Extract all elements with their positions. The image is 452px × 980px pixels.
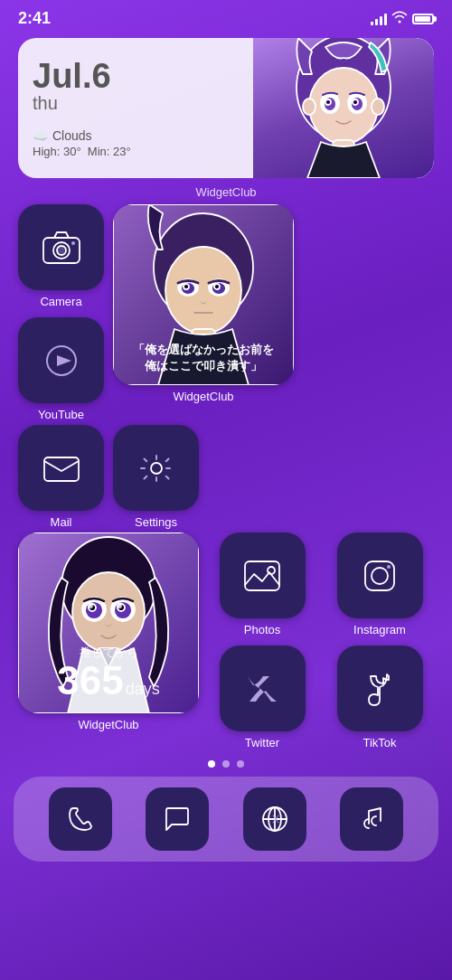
weather-day: thu	[33, 93, 239, 114]
tiktok-app-icon[interactable]	[337, 645, 423, 731]
widget-quote-wrap[interactable]: 「俺を選ばなかったお前を俺はここで叩き潰す」 WidgetClub	[113, 204, 294, 403]
svg-rect-27	[44, 457, 79, 481]
page-dot-1	[208, 760, 215, 768]
svg-point-44	[372, 568, 388, 584]
widget-days-wrap[interactable]: 推してから 365 days WidgetClub	[18, 532, 199, 731]
instagram-app-wrap[interactable]: Instagram	[325, 532, 434, 636]
weather-date: Jul.6	[33, 59, 239, 93]
battery-icon	[412, 14, 434, 24]
spacer	[208, 425, 398, 529]
twitter-app-label: Twitter	[245, 736, 279, 749]
svg-point-28	[151, 463, 162, 474]
weather-widget[interactable]: Jul.6 thu ☁️ Clouds High: 30° Min: 23°	[18, 38, 434, 178]
status-icons	[371, 11, 434, 26]
camera-app-icon[interactable]	[18, 204, 104, 290]
svg-point-24	[184, 284, 189, 289]
svg-point-19	[165, 247, 241, 334]
weather-widget-label: WidgetClub	[0, 185, 452, 199]
camera-app-wrap[interactable]: Camera	[18, 204, 104, 308]
svg-point-1	[309, 68, 378, 144]
svg-point-45	[387, 565, 391, 569]
signal-icon	[371, 13, 387, 25]
svg-point-25	[214, 284, 220, 289]
mail-app-icon[interactable]	[18, 425, 104, 511]
svg-point-38	[89, 604, 92, 608]
camera-app-label: Camera	[40, 295, 81, 308]
tiktok-app-label: TikTok	[363, 736, 396, 749]
messages-dock-icon[interactable]	[146, 787, 209, 851]
widget-quote-label: WidgetClub	[173, 390, 233, 403]
svg-point-7	[353, 99, 358, 105]
svg-point-9	[372, 99, 384, 115]
small-apps-col: Camera YouTube	[18, 204, 104, 421]
safari-dock-icon[interactable]	[243, 787, 306, 851]
settings-app-wrap[interactable]: Settings	[113, 425, 199, 529]
svg-marker-16	[57, 355, 71, 366]
svg-point-42	[268, 567, 275, 574]
widget-quote[interactable]: 「俺を選ばなかったお前を俺はここで叩き潰す」	[113, 204, 294, 385]
widget-days-counter: 推してから 365 days	[18, 645, 199, 701]
apps-row-2: 推してから 365 days WidgetClub	[0, 532, 452, 749]
weather-temp: High: 30° Min: 23°	[33, 145, 239, 158]
svg-rect-41	[245, 561, 279, 590]
photos-app-label: Photos	[244, 623, 280, 636]
svg-point-14	[71, 241, 75, 245]
twitter-app-wrap[interactable]: Twitter	[208, 645, 316, 749]
mail-app-wrap[interactable]: Mail	[18, 425, 104, 529]
status-bar: 2:41	[0, 0, 452, 33]
apps-grid-2: Photos Instagram	[208, 532, 434, 749]
youtube-app-label: YouTube	[38, 408, 84, 421]
weather-anime-image	[253, 38, 434, 178]
settings-app-icon[interactable]	[113, 425, 199, 511]
weather-desc: ☁️ Clouds	[33, 128, 239, 143]
photos-app-icon[interactable]	[220, 532, 306, 618]
apps-row-labels: Mail Settings	[0, 425, 452, 529]
apps-row-1: Camera YouTube	[0, 204, 452, 421]
svg-point-13	[57, 246, 66, 255]
dock	[14, 777, 438, 862]
status-time: 2:41	[18, 9, 51, 28]
svg-point-6	[325, 99, 331, 105]
instagram-app-label: Instagram	[353, 623, 406, 636]
twitter-app-icon[interactable]	[220, 645, 306, 731]
settings-app-label: Settings	[135, 515, 177, 529]
music-dock-icon[interactable]	[340, 787, 403, 851]
cloud-icon: ☁️	[33, 128, 48, 143]
widget-days-label: WidgetClub	[78, 718, 138, 731]
page-dot-2	[222, 760, 230, 768]
mail-app-label: Mail	[51, 515, 72, 529]
phone-dock-icon[interactable]	[49, 787, 112, 851]
mail-settings-row: Mail Settings	[18, 425, 199, 529]
page-dots	[0, 760, 452, 768]
widget-days[interactable]: 推してから 365 days	[18, 532, 199, 713]
anime-character-1	[253, 38, 434, 178]
widget-quote-text: 「俺を選ばなかったお前を俺はここで叩き潰す」	[113, 342, 294, 374]
wifi-icon	[391, 11, 408, 26]
youtube-app-icon[interactable]	[18, 317, 104, 403]
tiktok-app-wrap[interactable]: TikTok	[325, 645, 434, 749]
instagram-app-icon[interactable]	[337, 532, 423, 618]
svg-point-39	[118, 604, 121, 608]
svg-point-8	[303, 99, 315, 115]
page-dot-3	[237, 760, 244, 768]
weather-info: Jul.6 thu ☁️ Clouds High: 30° Min: 23°	[18, 38, 253, 178]
photos-app-wrap[interactable]: Photos	[208, 532, 316, 636]
youtube-app-wrap[interactable]: YouTube	[18, 317, 104, 421]
